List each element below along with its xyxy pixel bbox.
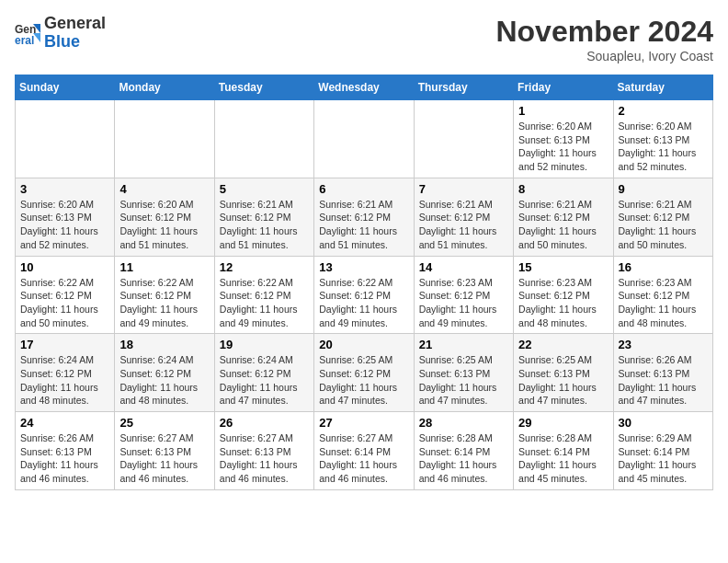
calendar-cell: 22Sunrise: 6:25 AMSunset: 6:13 PMDayligh… <box>514 334 613 412</box>
day-number: 18 <box>119 338 209 351</box>
weekday-header: Saturday <box>613 75 712 100</box>
day-info: Sunrise: 6:20 AMSunset: 6:13 PMDaylight:… <box>20 198 109 252</box>
day-number: 24 <box>20 416 109 430</box>
day-info: Sunrise: 6:29 AMSunset: 6:14 PMDaylight:… <box>619 431 708 486</box>
day-number: 26 <box>220 416 309 430</box>
calendar-cell: 6Sunrise: 6:21 AMSunset: 6:12 PMDaylight… <box>314 178 414 256</box>
logo-icon: Gen eral <box>15 20 40 46</box>
day-number: 23 <box>619 338 708 351</box>
day-info: Sunrise: 6:23 AMSunset: 6:12 PMDaylight:… <box>518 276 608 330</box>
calendar-cell: 13Sunrise: 6:22 AMSunset: 6:12 PMDayligh… <box>314 256 414 334</box>
logo-text: General Blue <box>44 15 106 52</box>
calendar-cell: 20Sunrise: 6:25 AMSunset: 6:12 PMDayligh… <box>314 334 414 412</box>
day-info: Sunrise: 6:21 AMSunset: 6:12 PMDaylight:… <box>319 198 408 252</box>
calendar-cell: 8Sunrise: 6:21 AMSunset: 6:12 PMDaylight… <box>514 178 613 256</box>
day-number: 11 <box>119 260 209 274</box>
calendar-cell <box>214 100 313 178</box>
calendar-cell: 30Sunrise: 6:29 AMSunset: 6:14 PMDayligh… <box>613 412 712 490</box>
day-info: Sunrise: 6:21 AMSunset: 6:12 PMDaylight:… <box>518 198 608 252</box>
day-info: Sunrise: 6:22 AMSunset: 6:12 PMDaylight:… <box>20 276 109 330</box>
calendar-cell: 25Sunrise: 6:27 AMSunset: 6:13 PMDayligh… <box>115 412 214 490</box>
day-number: 22 <box>518 338 608 351</box>
day-info: Sunrise: 6:22 AMSunset: 6:12 PMDaylight:… <box>220 276 309 330</box>
calendar-cell: 3Sunrise: 6:20 AMSunset: 6:13 PMDaylight… <box>16 178 115 256</box>
day-info: Sunrise: 6:25 AMSunset: 6:12 PMDaylight:… <box>319 353 408 408</box>
day-number: 3 <box>20 182 109 196</box>
day-info: Sunrise: 6:26 AMSunset: 6:13 PMDaylight:… <box>20 431 109 486</box>
day-info: Sunrise: 6:23 AMSunset: 6:12 PMDaylight:… <box>419 276 508 330</box>
title-section: November 2024 Souapleu, Ivory Coast <box>495 15 713 63</box>
calendar-cell: 26Sunrise: 6:27 AMSunset: 6:13 PMDayligh… <box>214 412 313 490</box>
calendar-cell: 11Sunrise: 6:22 AMSunset: 6:12 PMDayligh… <box>115 256 214 334</box>
day-number: 8 <box>518 182 608 196</box>
day-info: Sunrise: 6:20 AMSunset: 6:12 PMDaylight:… <box>119 198 209 252</box>
day-number: 12 <box>220 260 309 274</box>
calendar-cell: 19Sunrise: 6:24 AMSunset: 6:12 PMDayligh… <box>214 334 313 412</box>
calendar-cell <box>115 100 214 178</box>
day-number: 1 <box>518 104 608 118</box>
svg-text:eral: eral <box>15 34 34 46</box>
calendar-cell: 2Sunrise: 6:20 AMSunset: 6:13 PMDaylight… <box>613 100 712 178</box>
weekday-header-row: SundayMondayTuesdayWednesdayThursdayFrid… <box>16 75 713 100</box>
day-number: 21 <box>419 338 508 351</box>
day-number: 4 <box>119 182 209 196</box>
calendar-cell: 18Sunrise: 6:24 AMSunset: 6:12 PMDayligh… <box>115 334 214 412</box>
day-info: Sunrise: 6:27 AMSunset: 6:13 PMDaylight:… <box>119 431 209 486</box>
calendar-cell: 24Sunrise: 6:26 AMSunset: 6:13 PMDayligh… <box>16 412 115 490</box>
day-info: Sunrise: 6:20 AMSunset: 6:13 PMDaylight:… <box>619 120 708 174</box>
calendar-week-row: 3Sunrise: 6:20 AMSunset: 6:13 PMDaylight… <box>16 178 713 256</box>
calendar-header: SundayMondayTuesdayWednesdayThursdayFrid… <box>16 75 713 100</box>
logo-general: General <box>44 14 106 32</box>
day-info: Sunrise: 6:23 AMSunset: 6:12 PMDaylight:… <box>619 276 708 330</box>
day-number: 16 <box>619 260 708 274</box>
day-info: Sunrise: 6:28 AMSunset: 6:14 PMDaylight:… <box>419 431 508 486</box>
day-info: Sunrise: 6:24 AMSunset: 6:12 PMDaylight:… <box>220 353 309 408</box>
day-number: 13 <box>319 260 408 274</box>
day-info: Sunrise: 6:27 AMSunset: 6:14 PMDaylight:… <box>319 431 408 486</box>
calendar-cell: 23Sunrise: 6:26 AMSunset: 6:13 PMDayligh… <box>613 334 712 412</box>
day-info: Sunrise: 6:21 AMSunset: 6:12 PMDaylight:… <box>619 198 708 252</box>
day-number: 10 <box>20 260 109 274</box>
day-info: Sunrise: 6:24 AMSunset: 6:12 PMDaylight:… <box>119 353 209 408</box>
weekday-header: Wednesday <box>314 75 414 100</box>
weekday-header: Sunday <box>16 75 115 100</box>
calendar-week-row: 17Sunrise: 6:24 AMSunset: 6:12 PMDayligh… <box>16 334 713 412</box>
day-number: 20 <box>319 338 408 351</box>
calendar-cell: 10Sunrise: 6:22 AMSunset: 6:12 PMDayligh… <box>16 256 115 334</box>
calendar-week-row: 24Sunrise: 6:26 AMSunset: 6:13 PMDayligh… <box>16 412 713 490</box>
day-number: 17 <box>20 338 109 351</box>
calendar-cell: 29Sunrise: 6:28 AMSunset: 6:14 PMDayligh… <box>514 412 613 490</box>
calendar-cell: 17Sunrise: 6:24 AMSunset: 6:12 PMDayligh… <box>16 334 115 412</box>
calendar-cell <box>16 100 115 178</box>
day-info: Sunrise: 6:20 AMSunset: 6:13 PMDaylight:… <box>518 120 608 174</box>
weekday-header: Tuesday <box>214 75 313 100</box>
calendar-cell: 5Sunrise: 6:21 AMSunset: 6:12 PMDaylight… <box>214 178 313 256</box>
day-number: 29 <box>518 416 608 430</box>
location-subtitle: Souapleu, Ivory Coast <box>495 49 713 63</box>
day-info: Sunrise: 6:21 AMSunset: 6:12 PMDaylight:… <box>419 198 508 252</box>
calendar-cell: 27Sunrise: 6:27 AMSunset: 6:14 PMDayligh… <box>314 412 414 490</box>
day-number: 6 <box>319 182 408 196</box>
month-title: November 2024 <box>495 15 713 49</box>
day-info: Sunrise: 6:21 AMSunset: 6:12 PMDaylight:… <box>220 198 309 252</box>
calendar-cell: 7Sunrise: 6:21 AMSunset: 6:12 PMDaylight… <box>414 178 513 256</box>
page-header: Gen eral General Blue November 2024 Soua… <box>15 15 713 63</box>
day-number: 30 <box>619 416 708 430</box>
calendar-body: 1Sunrise: 6:20 AMSunset: 6:13 PMDaylight… <box>16 100 713 490</box>
calendar-cell <box>414 100 513 178</box>
day-number: 14 <box>419 260 508 274</box>
day-info: Sunrise: 6:22 AMSunset: 6:12 PMDaylight:… <box>119 276 209 330</box>
calendar-week-row: 10Sunrise: 6:22 AMSunset: 6:12 PMDayligh… <box>16 256 713 334</box>
calendar-cell: 12Sunrise: 6:22 AMSunset: 6:12 PMDayligh… <box>214 256 313 334</box>
calendar-cell: 14Sunrise: 6:23 AMSunset: 6:12 PMDayligh… <box>414 256 513 334</box>
day-number: 28 <box>419 416 508 430</box>
day-number: 25 <box>119 416 209 430</box>
day-info: Sunrise: 6:25 AMSunset: 6:13 PMDaylight:… <box>518 353 608 408</box>
day-info: Sunrise: 6:26 AMSunset: 6:13 PMDaylight:… <box>619 353 708 408</box>
weekday-header: Monday <box>115 75 214 100</box>
logo: Gen eral General Blue <box>15 15 106 52</box>
weekday-header: Thursday <box>414 75 513 100</box>
calendar-cell: 21Sunrise: 6:25 AMSunset: 6:13 PMDayligh… <box>414 334 513 412</box>
day-number: 19 <box>220 338 309 351</box>
day-info: Sunrise: 6:24 AMSunset: 6:12 PMDaylight:… <box>20 353 109 408</box>
